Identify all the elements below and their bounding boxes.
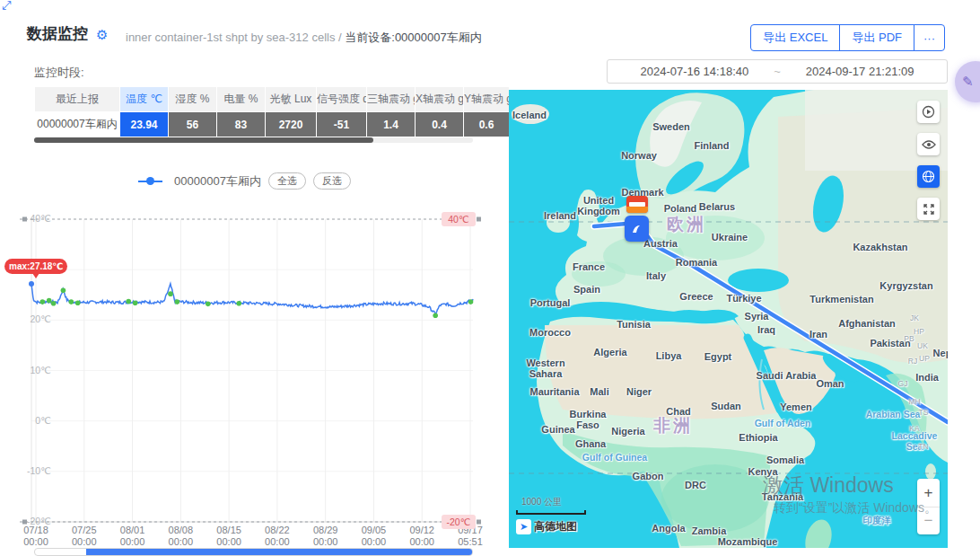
breadcrumb: inner container-1st shpt by sea-312 cell… <box>126 30 482 46</box>
page-title: 数据监控 <box>27 23 88 44</box>
date-range-picker[interactable]: 2024-07-16 14:18:40 ~ 2024-09-17 21:21:0… <box>607 59 948 84</box>
amap-logo-text: 高德地图 <box>534 519 577 534</box>
svg-text:08/01: 08/01 <box>120 525 145 535</box>
value-cell-4[interactable]: -51 <box>317 112 367 137</box>
value-cell-7[interactable]: 0.6 <box>464 112 510 137</box>
value-cell-3[interactable]: 2720 <box>266 112 317 137</box>
column-header-4[interactable]: 光敏 Lux <box>266 87 317 112</box>
svg-text:00:00: 00:00 <box>313 536 338 547</box>
select-all-button[interactable]: 全选 <box>268 172 306 190</box>
breadcrumb-shipment: inner container-1st shpt by sea-312 cell… <box>126 31 335 44</box>
value-cell-0[interactable]: 23.94 <box>120 112 169 137</box>
svg-text:0℃: 0℃ <box>35 415 51 426</box>
column-header-7[interactable]: X轴震动 g <box>416 87 464 112</box>
date-range-start[interactable]: 2024-07-16 14:18:40 <box>640 65 748 78</box>
map-scale-label: 1000 公里 <box>521 496 562 508</box>
svg-text:20℃: 20℃ <box>31 313 51 324</box>
svg-text:40℃: 40℃ <box>31 213 51 224</box>
max-temp-marker: max:27.18℃ <box>4 259 67 274</box>
windows-watermark-line2: 转到“设置”以激活 Windows。 <box>774 500 937 516</box>
value-cell-6[interactable]: 0.4 <box>416 112 464 137</box>
svg-text:40℃: 40℃ <box>448 214 468 225</box>
svg-text:07/25: 07/25 <box>72 525 97 535</box>
export-button-group: 导出 EXCEL 导出 PDF ··· <box>750 24 945 51</box>
table-row[interactable]: 00000007车厢内23.9456832720-511.40.40.6 <box>35 112 510 137</box>
column-header-3[interactable]: 电量 % <box>217 87 266 112</box>
value-cell-1[interactable]: 56 <box>169 112 217 137</box>
column-header-2[interactable]: 湿度 % <box>169 87 217 112</box>
map-eye-button[interactable] <box>917 133 940 155</box>
svg-text:00:00: 00:00 <box>72 536 97 547</box>
date-range-separator: ~ <box>774 65 781 78</box>
column-header-5[interactable]: 信号强度 db <box>317 87 367 112</box>
amap-plane-icon: ➤ <box>516 519 531 534</box>
windows-watermark-line1: 激活 Windows <box>763 472 894 499</box>
device-name-cell[interactable]: 00000007车厢内 <box>35 112 120 137</box>
route-map[interactable]: IcelandNorwaySwedenFinlandUnited Kingdom… <box>509 90 948 548</box>
more-actions-button[interactable]: ··· <box>914 24 945 51</box>
invert-selection-button[interactable]: 反选 <box>313 172 351 190</box>
device-location-marker[interactable] <box>625 216 649 242</box>
table-horizontal-scrollbar[interactable] <box>34 137 473 143</box>
breadcrumb-device: 当前设备:00000007车厢内 <box>345 31 481 44</box>
svg-text:09/05: 09/05 <box>362 525 387 535</box>
svg-text:00:00: 00:00 <box>216 536 241 547</box>
device-marker-icon <box>630 222 644 236</box>
value-cell-5[interactable]: 1.4 <box>367 112 416 137</box>
map-scale-bar <box>516 510 586 515</box>
column-header-8[interactable]: Y轴震动 g <box>464 87 510 112</box>
feedback-float-button[interactable]: ✎ <box>955 61 980 102</box>
collapse-arrows-icon[interactable]: ⤢ <box>2 0 11 13</box>
map-globe-button[interactable] <box>917 165 940 188</box>
svg-text:09/12: 09/12 <box>409 525 434 535</box>
chart-datazoom-slider[interactable] <box>34 548 473 556</box>
gear-icon[interactable]: ⚙ <box>96 27 108 43</box>
breadcrumb-separator: / <box>338 31 342 44</box>
device-data-table: 最近上报温度 ℃湿度 %电量 %光敏 Lux信号强度 db三轴震动 gX轴震动 … <box>34 86 510 137</box>
svg-text:00:00: 00:00 <box>23 536 48 547</box>
amap-logo[interactable]: ➤ 高德地图 <box>516 519 577 534</box>
truck-marker[interactable] <box>626 196 648 213</box>
svg-text:00:00: 00:00 <box>169 536 194 547</box>
map-control-panel <box>917 101 940 220</box>
chart-canvas[interactable]: 07/1800:0007/2500:0008/0100:0008/0800:00… <box>0 207 489 556</box>
column-header-1[interactable]: 温度 ℃ <box>120 87 169 112</box>
svg-text:10℃: 10℃ <box>31 365 51 375</box>
svg-text:00:00: 00:00 <box>265 536 290 547</box>
chart-legend: 00000007车厢内 全选 反选 <box>0 172 489 190</box>
legend-series-label[interactable]: 00000007车厢内 <box>174 173 261 190</box>
value-cell-2[interactable]: 83 <box>217 112 266 137</box>
temperature-line-chart[interactable]: 07/1800:0007/2500:0008/0100:0008/0800:00… <box>0 207 489 556</box>
map-expand-button[interactable] <box>917 198 940 220</box>
svg-text:-20℃: -20℃ <box>447 516 471 527</box>
svg-text:08/22: 08/22 <box>265 525 290 535</box>
scrollbar-thumb[interactable] <box>34 137 373 143</box>
table-header-row: 最近上报温度 ℃湿度 %电量 %光敏 Lux信号强度 db三轴震动 gX轴震动 … <box>35 87 510 112</box>
date-range-end[interactable]: 2024-09-17 21:21:09 <box>806 65 914 78</box>
legend-line-marker[interactable] <box>138 177 162 185</box>
map-play-button[interactable] <box>917 101 940 123</box>
svg-text:-10℃: -10℃ <box>27 465 51 476</box>
export-excel-button[interactable]: 导出 EXCEL <box>750 24 840 51</box>
column-header-0[interactable]: 最近上报 <box>35 87 120 112</box>
svg-text:-20℃: -20℃ <box>27 516 51 526</box>
svg-text:08/29: 08/29 <box>313 525 338 535</box>
export-pdf-button[interactable]: 导出 PDF <box>839 24 914 51</box>
svg-text:00:00: 00:00 <box>120 536 145 547</box>
svg-text:05:51: 05:51 <box>458 536 483 547</box>
column-header-6[interactable]: 三轴震动 g <box>367 87 416 112</box>
datazoom-thumb[interactable] <box>86 549 472 555</box>
svg-text:08/15: 08/15 <box>216 525 241 535</box>
monitor-period-label: 监控时段: <box>34 65 84 81</box>
data-monitor-page: ⤢ 数据监控 ⚙ inner container-1st shpt by sea… <box>0 0 980 556</box>
svg-text:08/08: 08/08 <box>169 525 194 535</box>
svg-text:00:00: 00:00 <box>409 536 434 547</box>
svg-text:00:00: 00:00 <box>362 536 387 547</box>
